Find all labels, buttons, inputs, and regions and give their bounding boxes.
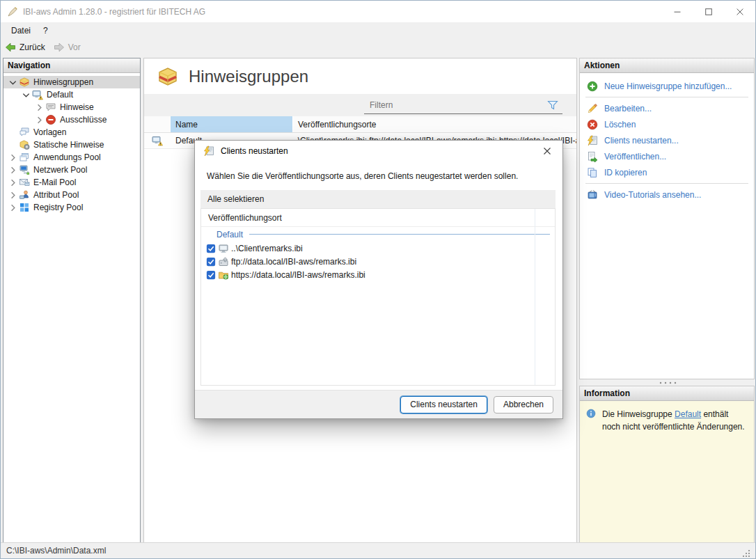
nav-item-statische-hinweise[interactable]: Statische Hinweise <box>3 139 140 151</box>
locations-column-header[interactable]: Veröffentlichungsort <box>201 209 555 227</box>
right-column: Aktionen Neue Hinweisgruppe hinzufügen..… <box>579 58 755 543</box>
navigation-panel: Navigation HinweisgruppenDefaultHinweise… <box>3 58 141 543</box>
minimize-button[interactable] <box>661 1 693 22</box>
dialog-titlebar: Clients neustarten <box>195 141 562 162</box>
menubar: Datei ? <box>1 22 755 39</box>
action-clients-neustarten[interactable]: Clients neustarten... <box>580 132 754 148</box>
information-content: Die Hinweisgruppe Default enthält noch n… <box>580 401 754 542</box>
information-default-link[interactable]: Default <box>675 409 701 419</box>
nav-item-attribut-pool[interactable]: Attribut Pool <box>3 189 140 201</box>
table-header: Name Veröffentlichungsorte <box>144 116 576 133</box>
filter-row <box>144 94 576 116</box>
action-label: Bearbeiten... <box>604 104 652 113</box>
publish-icon <box>587 151 598 162</box>
location-item-0[interactable]: ..\Client\remarks.ibi <box>201 242 555 255</box>
chevron-right-icon[interactable] <box>8 190 18 200</box>
chevron-right-icon[interactable] <box>8 203 18 213</box>
chevron-down-icon[interactable] <box>8 77 18 88</box>
chevron-right-icon[interactable] <box>8 165 18 175</box>
nav-item-e-mail-pool[interactable]: E-Mail Pool <box>3 176 140 189</box>
column-header-locations[interactable]: Veröffentlichungsorte <box>293 116 576 132</box>
location-item-1[interactable]: ftp://data.local/IBI-aws/remarks.ibi <box>201 255 555 268</box>
checkbox-checked-icon[interactable] <box>206 244 216 253</box>
chevron-down-icon[interactable] <box>21 90 31 100</box>
copy-icon <box>587 167 598 178</box>
restart-clients-confirm-button[interactable]: Clients neustarten <box>400 396 487 414</box>
menu-help[interactable]: ? <box>37 24 54 38</box>
action-video-tutorials[interactable]: Video-Tutorials ansehen... <box>580 187 754 203</box>
column-header-name[interactable]: Name <box>171 116 293 132</box>
monitor-warning-icon <box>32 89 43 100</box>
action-loeschen[interactable]: Löschen <box>580 116 754 132</box>
nav-item-label: Attribut Pool <box>33 190 79 200</box>
action-id-kopieren[interactable]: ID kopieren <box>580 164 754 180</box>
dialog-close-button[interactable] <box>532 141 562 162</box>
chevron-right-icon[interactable] <box>8 178 18 188</box>
maximize-icon <box>703 6 714 17</box>
chevron-right-icon[interactable] <box>34 102 45 113</box>
actions-header: Aktionen <box>580 58 754 73</box>
forward-button[interactable]: Vor <box>54 42 81 53</box>
nav-item-label: Hinweise <box>60 102 94 112</box>
chevron-right-icon[interactable] <box>34 115 45 125</box>
action-label: ID kopieren <box>604 168 647 178</box>
location-item-2[interactable]: https://data.local/IBI-aws/remarks.ibi <box>201 268 555 281</box>
action-label: Löschen <box>604 120 636 129</box>
menu-datei[interactable]: Datei <box>5 24 37 38</box>
action-bearbeiten[interactable]: Bearbeiten... <box>580 100 754 116</box>
monitor-warning-icon <box>152 135 163 146</box>
titlebar: IBI-aws Admin 1.28.0 - registriert für I… <box>1 1 755 22</box>
nav-item-vorlagen[interactable]: Vorlagen <box>3 126 140 139</box>
static-remarks-icon <box>19 139 30 150</box>
select-all-bar[interactable]: Alle selektieren <box>200 190 556 208</box>
maximize-button[interactable] <box>693 1 724 22</box>
nav-item-ausschluesse[interactable]: Ausschlüsse <box>3 113 140 126</box>
filter-input[interactable] <box>364 100 547 110</box>
back-button[interactable]: Zurück <box>5 42 45 53</box>
column-header-spacer[interactable] <box>144 116 171 132</box>
action-neue-hinweisgruppe[interactable]: Neue Hinweisgruppe hinzufügen... <box>580 78 754 94</box>
back-icon <box>5 42 16 53</box>
resize-grip-icon[interactable] <box>741 549 751 558</box>
nav-item-registry-pool[interactable]: Registry Pool <box>3 201 140 214</box>
back-label: Zurück <box>19 42 45 52</box>
nav-item-label: Ausschlüsse <box>60 115 107 125</box>
nav-item-hinweisgruppen[interactable]: Hinweisgruppen <box>3 76 140 88</box>
checkbox-checked-icon[interactable] <box>206 270 216 280</box>
nav-item-label: Hinweisgruppen <box>33 77 93 87</box>
nav-item-default[interactable]: Default <box>3 88 140 101</box>
splitter-dots-icon <box>656 381 677 385</box>
package-icon <box>156 65 180 88</box>
action-veroeffentlichen[interactable]: Veröffentlichen... <box>580 148 754 164</box>
status-path: C:\IBI-aws\Admin\Data.xml <box>6 546 106 556</box>
action-label: Clients neustarten... <box>604 136 679 145</box>
nav-item-label: Vorlagen <box>33 127 66 137</box>
page-title: Hinweisgruppen <box>189 67 308 86</box>
location-label: ftp://data.local/IBI-aws/remarks.ibi <box>231 257 356 267</box>
ftp-icon <box>218 256 229 267</box>
column-divider <box>535 209 535 385</box>
dialog-description: Wählen Sie die Veröffentlichungsorte aus… <box>207 171 518 181</box>
location-label: ..\Client\remarks.ibi <box>231 244 303 253</box>
nav-item-hinweise[interactable]: Hinweise <box>3 101 140 113</box>
filter-icon[interactable] <box>547 100 558 111</box>
checkbox-checked-icon[interactable] <box>206 257 216 267</box>
navigation-header: Navigation <box>3 58 140 73</box>
close-button[interactable] <box>724 1 755 22</box>
nav-item-label: Anwendungs Pool <box>33 152 101 162</box>
toolbar: Zurück Vor <box>1 39 755 56</box>
app-window: IBI-aws Admin 1.28.0 - registriert für I… <box>0 0 756 559</box>
chevron-right-icon[interactable] <box>8 152 18 163</box>
cancel-button[interactable]: Abbrechen <box>494 396 553 414</box>
nav-item-label: Statische Hinweise <box>33 140 104 150</box>
panel-splitter[interactable] <box>579 379 755 386</box>
registry-pool-icon <box>19 202 30 213</box>
restart-clients-icon <box>203 145 214 157</box>
action-label: Veröffentlichen... <box>604 152 666 162</box>
minimize-icon <box>672 6 683 17</box>
app-pool-icon <box>19 152 30 163</box>
nav-item-anwendungs-pool[interactable]: Anwendungs Pool <box>3 151 140 164</box>
nav-item-netzwerk-pool[interactable]: Netzwerk Pool <box>3 164 140 176</box>
speech-bubble-icon <box>45 102 56 113</box>
chevron-spacer <box>8 127 18 138</box>
